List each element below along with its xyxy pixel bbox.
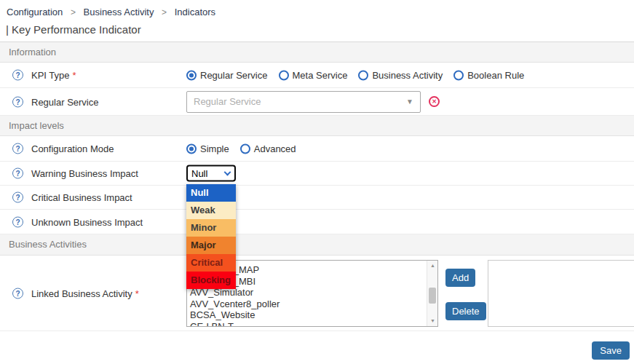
radio-icon	[358, 70, 368, 80]
kpi-configuration-page: Configuration > Business Activity > Indi…	[0, 0, 634, 364]
scroll-down-icon[interactable]: ▼	[427, 316, 438, 326]
section-header-impact-levels: Impact levels	[0, 116, 634, 136]
list-item[interactable]: BCSA_Website	[190, 309, 437, 321]
linked-activity-label-wrap: ? Linked Business Activity *	[12, 288, 139, 298]
radio-label: Meta Service	[293, 70, 348, 81]
warning-impact-select[interactable]: Null	[186, 165, 236, 182]
radio-label: Advanced	[254, 143, 296, 154]
dropdown-option-critical[interactable]: Critical	[186, 254, 236, 272]
critical-impact-label-wrap: ? Critical Business Impact	[12, 192, 132, 203]
dropdown-option-minor[interactable]: Minor	[186, 219, 236, 237]
warning-impact-value: Null	[191, 168, 207, 179]
list-item[interactable]: CE-LBN-T	[190, 321, 437, 327]
kpi-type-label: KPI Type	[31, 70, 70, 81]
selected-activities-list[interactable]	[488, 260, 634, 327]
linked-activity-control: AVV_Prod_MAP AVV_Prod_MBI AVV_Simulator …	[186, 260, 634, 327]
regular-service-select[interactable]: Regular Service ▼	[186, 91, 421, 113]
row-unknown-business-impact: ? Unknown Business Impact	[0, 210, 634, 234]
radio-meta-service[interactable]: Meta Service	[279, 70, 348, 81]
radio-boolean-rule[interactable]: Boolean Rule	[453, 70, 524, 81]
radio-advanced[interactable]: Advanced	[240, 143, 296, 154]
breadcrumb-business-activity[interactable]: Business Activity	[84, 7, 154, 17]
linked-activity-label: Linked Business Activity	[31, 288, 132, 298]
radio-icon	[240, 143, 250, 154]
row-linked-business-activity: ? Linked Business Activity * AVV_Prod_MA…	[0, 256, 634, 331]
radio-label: Regular Service	[200, 70, 268, 81]
row-warning-business-impact: ? Warning Business Impact Null	[0, 162, 634, 186]
page-title: | Key Performance Indicator	[6, 23, 634, 36]
list-buttons: Add Delete	[445, 269, 480, 327]
row-configuration-mode: ? Configuration Mode Simple Advanced	[0, 136, 634, 162]
warning-impact-control: Null	[186, 165, 236, 182]
required-asterisk: *	[135, 288, 139, 298]
clear-selection-icon[interactable]: ✕	[429, 96, 440, 107]
help-icon[interactable]: ?	[12, 216, 23, 227]
critical-impact-label: Critical Business Impact	[31, 192, 132, 203]
configuration-mode-label-wrap: ? Configuration Mode	[12, 143, 114, 154]
dropdown-option-weak[interactable]: Weak	[186, 202, 236, 219]
row-regular-service: ? Regular Service Regular Service ▼ ✕	[0, 88, 634, 116]
form-footer: Save	[0, 331, 634, 360]
help-icon[interactable]: ?	[12, 96, 23, 107]
help-icon[interactable]: ?	[12, 143, 23, 154]
help-icon[interactable]: ?	[12, 192, 23, 203]
scroll-up-icon[interactable]: ▲	[427, 261, 438, 271]
warning-impact-dropdown: Null Weak Minor Major Critical Blocking	[186, 184, 236, 289]
required-asterisk: *	[73, 70, 76, 81]
unknown-impact-label: Unknown Business Impact	[31, 216, 143, 227]
help-icon[interactable]: ?	[12, 168, 23, 179]
unknown-impact-label-wrap: ? Unknown Business Impact	[12, 216, 143, 227]
regular-service-placeholder: Regular Service	[194, 96, 261, 107]
radio-label: Simple	[200, 143, 229, 154]
breadcrumb-indicators[interactable]: Indicators	[175, 7, 215, 17]
kpi-form: Information ? KPI Type * Regular Service…	[0, 41, 634, 360]
radio-label: Boolean Rule	[467, 70, 524, 81]
breadcrumb-separator: >	[162, 7, 167, 17]
breadcrumb-configuration[interactable]: Configuration	[7, 7, 63, 17]
dropdown-option-major[interactable]: Major	[186, 237, 236, 254]
radio-icon	[279, 70, 289, 80]
kpi-type-label-wrap: ? KPI Type *	[12, 70, 76, 81]
caret-down-icon: ▼	[406, 98, 413, 106]
row-critical-business-impact: ? Critical Business Impact	[0, 186, 634, 210]
configuration-mode-radio-group: Simple Advanced	[186, 143, 307, 154]
chevron-down-icon	[224, 169, 231, 176]
radio-regular-service[interactable]: Regular Service	[186, 70, 268, 81]
add-button[interactable]: Add	[445, 269, 475, 287]
regular-service-control: Regular Service ▼ ✕	[186, 91, 440, 113]
radio-label: Business Activity	[372, 70, 443, 81]
list-scrollbar[interactable]: ▲ ▼	[427, 261, 437, 326]
section-header-information: Information	[0, 42, 634, 63]
radio-simple[interactable]: Simple	[186, 143, 229, 154]
help-icon[interactable]: ?	[12, 70, 23, 81]
regular-service-label: Regular Service	[31, 96, 99, 107]
regular-service-label-wrap: ? Regular Service	[12, 96, 99, 107]
radio-icon	[453, 70, 464, 80]
radio-business-activity[interactable]: Business Activity	[358, 70, 443, 81]
configuration-mode-label: Configuration Mode	[31, 143, 114, 154]
breadcrumb-separator: >	[71, 7, 76, 17]
kpi-type-radio-group: Regular Service Meta Service Business Ac…	[186, 70, 535, 81]
delete-button[interactable]: Delete	[445, 302, 486, 320]
radio-selected-icon	[186, 70, 197, 80]
save-button[interactable]: Save	[592, 341, 630, 360]
radio-selected-icon	[186, 143, 197, 154]
row-kpi-type: ? KPI Type * Regular Service Meta Servic…	[0, 63, 634, 88]
warning-impact-label-wrap: ? Warning Business Impact	[12, 168, 138, 179]
help-icon[interactable]: ?	[12, 288, 23, 298]
list-item[interactable]: AVV_Vcenter8_poller	[190, 298, 437, 310]
scrollbar-thumb[interactable]	[429, 288, 436, 304]
dropdown-option-null[interactable]: Null	[186, 184, 236, 202]
dropdown-option-blocking[interactable]: Blocking	[186, 272, 236, 289]
breadcrumb: Configuration > Business Activity > Indi…	[0, 0, 634, 17]
warning-impact-label: Warning Business Impact	[31, 168, 138, 179]
section-header-business-activities: Business Activities	[0, 234, 634, 256]
